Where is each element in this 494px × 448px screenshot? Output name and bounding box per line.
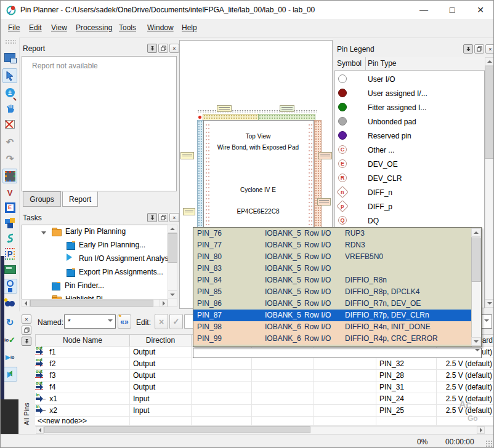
tree-item-early-pin-planning-folder[interactable]: Early Pin Planning bbox=[65, 227, 126, 236]
cell-vref-f2[interactable] bbox=[314, 358, 376, 370]
tasks-float-button[interactable] bbox=[158, 213, 168, 222]
cell-location-f2[interactable] bbox=[192, 358, 252, 370]
tasks-scroll-left[interactable] bbox=[22, 299, 30, 307]
zoom-tool-button[interactable]: ± bbox=[2, 85, 17, 100]
cell-direction-f4[interactable]: Output bbox=[130, 382, 192, 393]
menu-view[interactable]: View bbox=[51, 23, 67, 32]
tasks-scroll-up[interactable] bbox=[168, 225, 177, 233]
named-combobox[interactable]: * bbox=[64, 314, 116, 329]
tab-report[interactable]: Report bbox=[62, 191, 98, 207]
allpins-float-button[interactable] bbox=[22, 326, 31, 335]
location-editor-combobox[interactable] bbox=[193, 348, 482, 358]
tasks-vscroll-thumb[interactable] bbox=[168, 233, 177, 263]
cell-node-f1[interactable]: out f1 bbox=[35, 346, 130, 358]
cell-iostd-f4[interactable]: 2.5 V (default) bbox=[437, 382, 494, 393]
select-tool-button[interactable] bbox=[2, 68, 17, 83]
dropdown-scroll-down[interactable] bbox=[471, 337, 481, 346]
maximize-button[interactable]: □ bbox=[438, 1, 466, 19]
resize-grip[interactable] bbox=[485, 440, 493, 447]
cell-iobank-x2[interactable] bbox=[252, 405, 314, 417]
cell-node-x1[interactable]: in x1 bbox=[35, 393, 130, 405]
dropdown-row-pin99[interactable]: PIN_99IOBANK_6Row I/ODIFFIO_R4p, CRC_ERR… bbox=[193, 333, 471, 345]
minimize-button[interactable]: — bbox=[410, 1, 438, 19]
machine-tool-button[interactable] bbox=[2, 262, 17, 277]
cell-vref-f3[interactable] bbox=[314, 370, 376, 382]
tasks-scroll-right[interactable] bbox=[160, 299, 168, 307]
legend-scroll-up[interactable] bbox=[485, 57, 494, 66]
cell-iostd-f2[interactable]: 2.5 V (default) bbox=[437, 358, 494, 370]
cell-location-f4[interactable] bbox=[192, 382, 252, 393]
menu-window[interactable]: Window bbox=[147, 23, 174, 32]
cell-location-x2[interactable] bbox=[192, 405, 252, 417]
dropdown-row-pin80[interactable]: PIN_80IOBANK_5Row I/OVREFB5N0 bbox=[193, 251, 471, 263]
tasks-scroll-down[interactable] bbox=[168, 290, 177, 298]
editor-tool-button[interactable]: E bbox=[2, 200, 17, 215]
dropdown-row-pin98[interactable]: PIN_98IOBANK_6Row I/ODIFFIO_R4n, INIT_DO… bbox=[193, 321, 471, 333]
fit-view-button[interactable] bbox=[2, 117, 17, 132]
allpins-close-button[interactable]: × bbox=[22, 314, 31, 324]
tasks-pin-button[interactable] bbox=[147, 213, 157, 222]
cell-vref-x2[interactable] bbox=[314, 405, 376, 417]
sync-button[interactable]: ↻ bbox=[2, 315, 17, 330]
dropdown-row-pin86[interactable]: PIN_86IOBANK_5Row I/ODIFFIO_R7n, DEV_OE bbox=[193, 298, 471, 310]
report-close-button[interactable]: × bbox=[169, 44, 179, 53]
legend-vscroll-thumb[interactable] bbox=[485, 66, 494, 159]
report-tool-button[interactable] bbox=[2, 50, 17, 65]
find-button[interactable] bbox=[2, 296, 17, 311]
tree-item-run-io-analysis[interactable]: Run I/O Assignment Analys bbox=[79, 254, 168, 263]
cell-direction-x1[interactable]: Input bbox=[130, 393, 192, 405]
dropdown-row-pin87-selected[interactable]: PIN_87IOBANK_5Row I/ODIFFIO_R7p, DEV_CLR… bbox=[193, 310, 471, 321]
tasks-hscroll-thumb[interactable] bbox=[30, 300, 153, 306]
cell-new-node[interactable]: <<new node>> bbox=[35, 417, 130, 426]
report-float-button[interactable] bbox=[158, 44, 168, 53]
table-hscroll-thumb[interactable] bbox=[44, 426, 310, 433]
cell-node-f4[interactable]: out f4 bbox=[35, 382, 130, 393]
dropdown-row-pin85[interactable]: PIN_85IOBANK_5Row I/ODIFFIO_R8p, DPCLK4 bbox=[193, 286, 471, 298]
pan-tool-button[interactable] bbox=[2, 101, 17, 116]
cell-vref-f4[interactable] bbox=[314, 382, 376, 393]
tasks-close-button[interactable]: × bbox=[169, 213, 179, 222]
cell-node-f2[interactable]: out f2 bbox=[35, 358, 130, 370]
dropdown-row-pin76[interactable]: PIN_76IOBANK_5Row I/ORUP3 bbox=[193, 228, 471, 239]
io-check-button[interactable]: io ✓ bbox=[2, 332, 17, 347]
flow-tool-button[interactable] bbox=[2, 231, 17, 246]
vhdl-tool-button[interactable]: V bbox=[2, 185, 17, 200]
menu-processing[interactable]: Processing bbox=[76, 23, 112, 32]
cell-iobank-f4[interactable] bbox=[252, 382, 314, 393]
cell-location-x1[interactable] bbox=[192, 393, 252, 405]
legend-close-button[interactable]: × bbox=[485, 44, 494, 54]
tree-item-early-pin-planning[interactable]: Early Pin Planning... bbox=[79, 241, 145, 249]
dropdown-scroll-up[interactable] bbox=[471, 228, 481, 237]
header-node-name[interactable]: Node Name bbox=[35, 334, 130, 346]
cell-fitter-f2[interactable]: PIN_32 bbox=[376, 358, 437, 370]
header-direction[interactable]: Direction bbox=[130, 334, 192, 346]
legend-scroll-down[interactable] bbox=[485, 299, 494, 308]
pin-info-button[interactable] bbox=[2, 279, 17, 294]
legend-pin-button[interactable] bbox=[463, 44, 473, 54]
swap-views-button[interactable] bbox=[2, 367, 17, 382]
package-view-button[interactable] bbox=[2, 169, 17, 183]
dropdown-row-pin83[interactable]: PIN_83IOBANK_5Row I/O bbox=[193, 263, 471, 274]
cell-iobank-f2[interactable] bbox=[252, 358, 314, 370]
cell-fitter-x2[interactable]: PIN_25 bbox=[376, 405, 437, 417]
cell-direction-f3[interactable]: Output bbox=[130, 370, 192, 382]
dropdown-vscroll-thumb[interactable] bbox=[471, 238, 481, 282]
allpins-side-tab[interactable]: All Pins bbox=[23, 369, 30, 425]
menu-help[interactable]: Help bbox=[182, 23, 197, 32]
tab-groups[interactable]: Groups bbox=[23, 191, 61, 207]
report-pin-button[interactable] bbox=[147, 44, 157, 53]
edit-accept-button[interactable]: ✓ bbox=[169, 314, 183, 329]
cell-node-f3[interactable]: out f3 bbox=[35, 370, 130, 382]
close-button[interactable]: ✕ bbox=[466, 1, 494, 19]
io-run-button[interactable]: ▶ io bbox=[2, 350, 17, 364]
dropdown-row-pin77[interactable]: PIN_77IOBANK_5Row I/ORDN3 bbox=[193, 239, 471, 251]
cell-node-x2[interactable]: in x2 bbox=[35, 405, 130, 417]
redo-button[interactable]: ↷ bbox=[2, 151, 17, 166]
cell-fitter-f4[interactable]: PIN_31 bbox=[376, 382, 437, 393]
tree-item-export-pin-assignments[interactable]: Export Pin Assignments... bbox=[79, 268, 163, 276]
tree-item-pin-finder[interactable]: Pin Finder... bbox=[65, 281, 104, 290]
edit-cancel-button[interactable]: × bbox=[155, 314, 168, 329]
tree-caret-icon[interactable] bbox=[41, 231, 46, 237]
undo-button[interactable]: ↶ bbox=[2, 135, 17, 150]
dropdown-row-pin84[interactable]: PIN_84IOBANK_5Row I/ODIFFIO_R8n bbox=[193, 274, 471, 286]
